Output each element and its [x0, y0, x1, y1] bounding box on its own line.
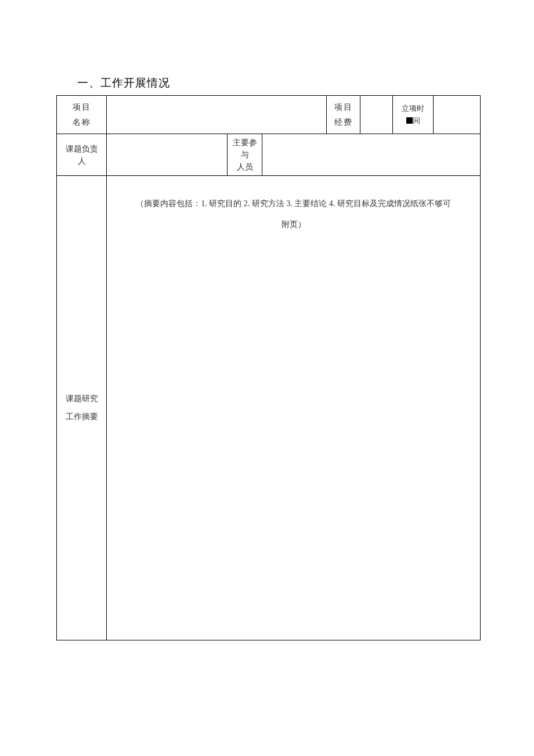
value-project-name	[107, 96, 327, 134]
label-project-funding-line2: 经费	[334, 118, 353, 127]
label-project-name-line2: 名称	[73, 118, 91, 127]
label-research-abstract: 课题研究 工作摘要	[57, 176, 107, 640]
row-topic-leader: 课题负责 人 主要参与 人员	[57, 134, 481, 176]
row-project-name: 项目 名称 项目 经费 立项时 间	[57, 96, 481, 134]
label-topic-leader-line1: 课题负责	[66, 145, 98, 153]
value-research-abstract: （摘要内容包括：1. 研究目的 2. 研究方法 3. 主要结论 4. 研究目标及…	[107, 176, 481, 640]
value-project-time	[434, 96, 481, 134]
value-main-participants	[262, 134, 481, 176]
label-topic-leader-line2: 人	[78, 157, 86, 165]
value-topic-leader	[107, 134, 228, 176]
label-project-name: 项目 名称	[57, 96, 107, 134]
label-research-abstract-line2: 工作摘要	[66, 412, 98, 421]
label-project-time-line1: 立项时	[402, 104, 424, 113]
form-page: 一、工作开展情况 项目 名称 项目 经费 立项时 间	[56, 75, 480, 640]
form-table: 项目 名称 项目 经费 立项时 间 课题负责 人 主要参与 人员	[56, 95, 481, 640]
label-main-participants-line2: 人员	[237, 163, 253, 171]
label-main-participants-line1: 主要参与	[233, 138, 257, 159]
section-title: 一、工作开展情况	[77, 75, 480, 91]
row-research-abstract: 课题研究 工作摘要 （摘要内容包括：1. 研究目的 2. 研究方法 3. 主要结…	[57, 176, 481, 640]
value-project-funding	[360, 96, 393, 134]
label-project-time: 立项时 间	[393, 96, 434, 134]
abstract-note-line1: （摘要内容包括：1. 研究目的 2. 研究方法 3. 主要结论 4. 研究目标及…	[116, 193, 471, 214]
checkbox-filled-icon	[406, 117, 413, 124]
label-project-funding-line1: 项目	[334, 103, 353, 111]
label-research-abstract-line1: 课题研究	[66, 394, 98, 403]
abstract-note-line2: 附页）	[116, 214, 471, 235]
label-project-time-line2: 间	[413, 116, 420, 125]
label-topic-leader: 课题负责 人	[57, 134, 107, 176]
label-project-name-line1: 项目	[73, 103, 91, 111]
label-project-funding: 项目 经费	[327, 96, 360, 134]
label-main-participants: 主要参与 人员	[228, 134, 262, 176]
